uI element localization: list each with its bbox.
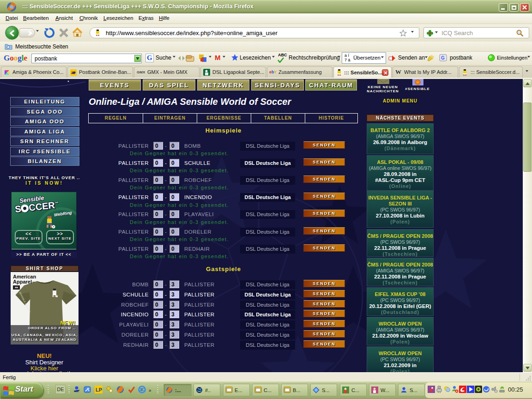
svg-text:LP: LP bbox=[96, 387, 102, 393]
svg-text:G: G bbox=[441, 55, 445, 60]
svg-text:e: e bbox=[140, 387, 143, 392]
